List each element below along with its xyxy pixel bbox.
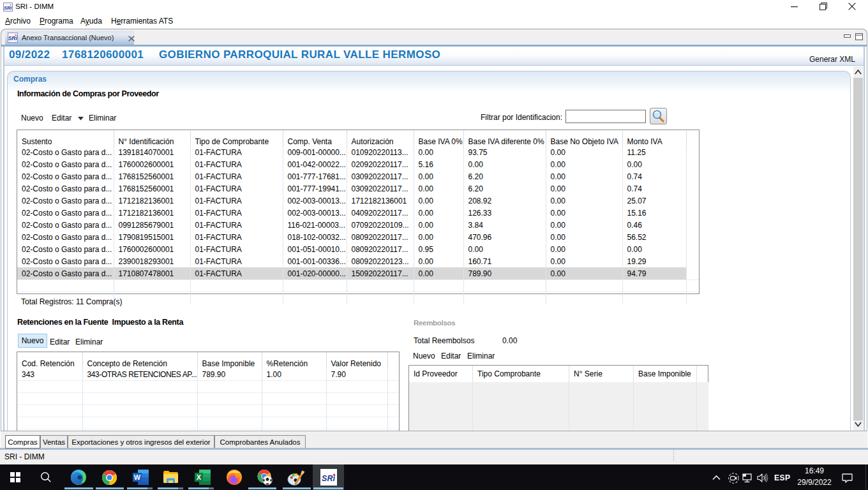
svg-text:SRi: SRi <box>322 474 335 483</box>
svg-text:SRi: SRi <box>4 5 12 11</box>
svg-text:SRi: SRi <box>8 35 18 41</box>
svg-text:X: X <box>197 473 202 481</box>
svg-text:W: W <box>134 473 141 481</box>
